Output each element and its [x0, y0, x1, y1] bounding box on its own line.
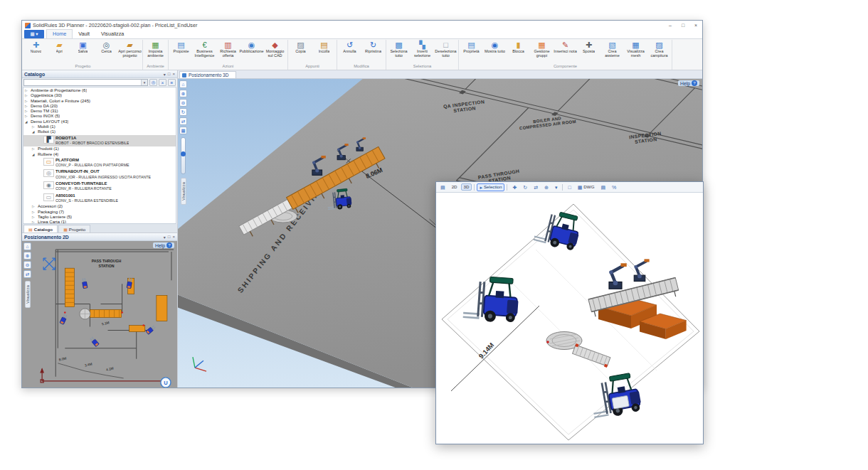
tree-item[interactable]: ◎ TURNABOUT-IN_OUT CONV_IOR - RULLIERA I… [23, 169, 176, 181]
pan-icon[interactable]: ⇄ [23, 270, 31, 278]
expander-icon[interactable]: ▷ [25, 99, 29, 104]
float-toolbar-item[interactable]: ▾ [552, 183, 561, 191]
tree-item[interactable]: ▷ Prodotti (1) [23, 146, 176, 151]
ribbon-button[interactable]: ▨ Copia [289, 40, 312, 53]
zoom-out-icon[interactable]: ⊖ [23, 261, 31, 269]
ribbon-tab[interactable]: Home [46, 29, 73, 38]
chevron-down-icon[interactable]: ▾ [141, 80, 147, 85]
expander-icon[interactable]: ▷ [32, 204, 36, 209]
ribbon-button[interactable]: ◉ Pubblicazione [240, 40, 263, 53]
ribbon-button[interactable]: □ Deseleziona tutto [434, 40, 457, 58]
float-toolbar-item[interactable]: 2D [449, 183, 460, 191]
help-button[interactable]: Help ? [678, 80, 699, 86]
tree-item[interactable]: ◢ Rulliere (4) [23, 152, 176, 157]
float-toolbar-item[interactable]: ▦ DWG [575, 183, 598, 191]
viewport-2d[interactable]: Help ? ⌂⊕⊖⇄ Visualizza [22, 241, 177, 388]
panel-menu-icon[interactable]: ▾ [164, 72, 166, 77]
expander-icon[interactable]: ▷ [25, 104, 29, 109]
file-menu-button[interactable]: ▦ ▾ [24, 30, 44, 38]
ribbon-button[interactable]: ▮ Blocca [507, 40, 530, 53]
float-toolbar-item[interactable]: ▤ [438, 183, 448, 191]
tree-item[interactable]: ▷ Materiali, Colori e Finiture (245) [23, 99, 176, 104]
help-button[interactable]: Help ? [153, 242, 174, 248]
ribbon-button[interactable]: ▤ Proposte [169, 40, 193, 53]
ribbon-button[interactable]: ▥ Richiesta offerta [216, 40, 240, 58]
pan-icon[interactable]: ⇄ [179, 117, 187, 125]
expander-icon[interactable]: ▷ [25, 88, 29, 93]
panel-float-icon[interactable]: □ [168, 72, 171, 77]
tree-item[interactable]: ▭ A8501001 CONV_S - RULLIERA ESTENDIBILE [23, 193, 176, 205]
tree-item[interactable]: ▛ ROBOT1A ROBOT - ROBOT BRACCIO ESTENSIB… [23, 135, 176, 147]
float-toolbar-item[interactable]: ⇄ [531, 183, 541, 191]
clear-search-icon[interactable]: × [159, 79, 166, 86]
expander-icon[interactable]: ▷ [32, 124, 36, 129]
search-icon[interactable]: ◎ [149, 79, 157, 86]
ribbon-button[interactable]: ▨ Crea campitura [647, 40, 671, 58]
ribbon-tab[interactable]: Visualizza [95, 30, 129, 38]
zoom-in-icon[interactable]: ⊕ [23, 252, 31, 260]
float-toolbar-item[interactable]: ⊕ [541, 183, 551, 191]
float-toolbar-item[interactable] [507, 184, 507, 191]
panel-close-icon[interactable]: × [172, 72, 175, 77]
tree-item[interactable]: ▷ Accessori (2) [23, 204, 176, 209]
ribbon-button[interactable]: ↺ Annulla [338, 40, 361, 53]
ribbon-button[interactable]: ◉ Mostra tutto [483, 40, 507, 53]
tree-item[interactable]: ▷ Packaging (7) [23, 210, 176, 215]
close-button[interactable]: × [689, 21, 702, 30]
user-badge[interactable]: U [161, 378, 171, 388]
ribbon-button[interactable]: ▣ Salva [71, 40, 95, 53]
tree-item[interactable]: ▭ PLATFORM CONV_P - RULLIERA CON PIATTAF… [23, 157, 176, 169]
tree-item[interactable]: ▷ Taglio Lamiere (5) [23, 215, 176, 220]
float-toolbar-item[interactable]: ▤ [598, 183, 608, 191]
tab-catalogo[interactable]: ▤ Catalogo [23, 225, 58, 233]
fit-view-icon[interactable]: ⌂ [23, 242, 31, 250]
minimize-button[interactable]: – [664, 21, 677, 30]
tab-progetto[interactable]: ▦ Progetto [58, 225, 90, 233]
ribbon-button[interactable]: ▦ Visualizza mesh [624, 40, 647, 58]
ribbon-button[interactable]: ▤ Incolla [312, 40, 336, 53]
panel-float-icon[interactable]: □ [168, 235, 171, 240]
ribbon-button[interactable]: ✚ Nuovo [24, 40, 48, 53]
expander-icon[interactable]: ◢ [32, 129, 36, 134]
ribbon-button[interactable]: ▰ Apri percorso progetto [118, 40, 142, 58]
panel-menu-icon[interactable]: ▾ [164, 235, 166, 240]
ribbon-button[interactable]: ▤ Proprietà [460, 40, 483, 53]
zoom-slider[interactable] [181, 137, 186, 174]
maximize-button[interactable]: □ [677, 21, 689, 30]
fit-view-icon[interactable]: ⌂ [179, 80, 187, 88]
float-toolbar-item[interactable]: 3D [461, 183, 472, 191]
float-toolbar-item[interactable]: ✚ [509, 183, 519, 191]
tree-item[interactable]: ▷ Ambiente di Progettazione (6) [23, 88, 176, 93]
ribbon-button[interactable]: ✚ Sposta [577, 40, 600, 53]
expander-icon[interactable]: ▷ [25, 93, 29, 98]
visualizza-panel-tab[interactable]: Visualizza [25, 281, 31, 308]
tree-item[interactable]: ▷ Demo INOX (5) [23, 114, 176, 119]
ribbon-button[interactable]: ▧ Crea assieme [600, 40, 624, 58]
expander-icon[interactable]: ▷ [25, 109, 29, 114]
tree-item[interactable]: ◢ Robot (1) [23, 129, 176, 134]
float-toolbar-item[interactable] [474, 184, 475, 191]
ribbon-button[interactable]: € Business Intelligence [193, 40, 216, 58]
ribbon-button[interactable]: ▚ Inverti selezione [411, 40, 434, 58]
expander-icon[interactable]: ◢ [25, 119, 29, 124]
ribbon-button[interactable]: ↻ Ripristina [361, 40, 385, 53]
tree-item[interactable]: ◉ CONVEYOR-TURNTABLE CONV_R - RULLIERA R… [23, 181, 176, 193]
tree-item[interactable]: ▷ Demo TM (31) [23, 109, 176, 114]
expander-icon[interactable]: ▷ [25, 114, 29, 119]
float-toolbar-item[interactable]: ↻ [520, 183, 530, 191]
panel-close-icon[interactable]: × [172, 235, 175, 240]
float-viewport-3d[interactable]: 9.14M [436, 193, 703, 444]
zoom-in-icon[interactable]: ⊕ [179, 90, 187, 97]
tab-posizionamento-3d[interactable]: Posizionamento 3D [179, 71, 236, 78]
zoom-out-icon[interactable]: ⊖ [179, 99, 187, 107]
orbit-icon[interactable]: ↻ [179, 108, 187, 116]
tree-item[interactable]: ▷ Demo DA (20) [23, 104, 176, 109]
float-toolbar-item[interactable]: % [609, 183, 619, 191]
ribbon-button[interactable]: ▦ Imposta ambiente [144, 40, 167, 58]
filter-icon[interactable]: ≡ [168, 79, 176, 86]
catalog-search-combo[interactable]: ▾ [23, 79, 148, 86]
expander-icon[interactable]: ▷ [32, 210, 36, 215]
float-toolbar-item[interactable]: ▸ Selection [477, 183, 504, 191]
float-toolbar-item[interactable]: □ [565, 183, 573, 191]
tree-item[interactable]: ▷ Oggettistica (30) [23, 93, 176, 98]
